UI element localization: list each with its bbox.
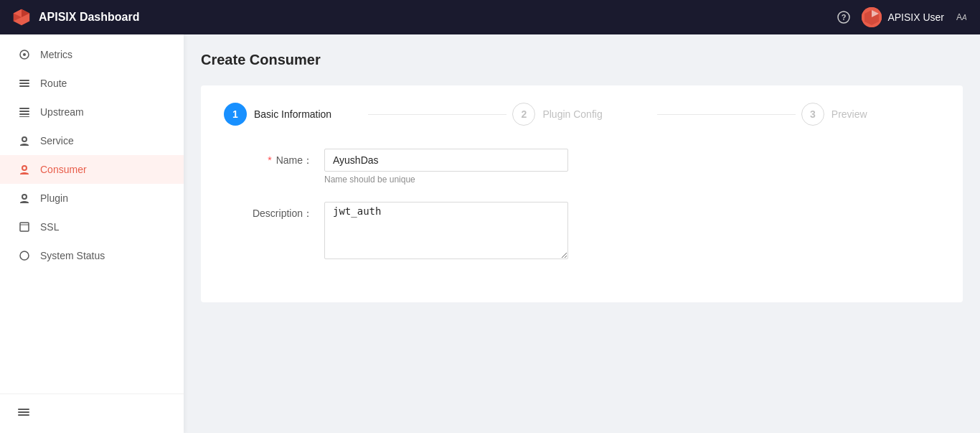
sidebar-label-metrics: Metrics — [40, 49, 72, 60]
translate-icon[interactable]: A A — [956, 11, 969, 24]
sidebar-label-consumer: Consumer — [40, 164, 87, 175]
sidebar-label-system-status: System Status — [40, 250, 105, 261]
logo: APISIX Dashboard — [11, 7, 139, 27]
svg-rect-23 — [18, 409, 29, 410]
name-row: * Name： Name should be unique — [224, 149, 940, 185]
user-avatar — [862, 7, 882, 27]
steps-indicator: 1 Basic Information 2 Plugin Config 3 — [224, 103, 940, 126]
step-3-circle: 3 — [801, 103, 824, 126]
sidebar-bottom — [0, 394, 184, 433]
step-1: 1 Basic Information — [224, 103, 362, 126]
sidebar-menu: Metrics Route — [0, 34, 184, 394]
user-name: APISIX User — [887, 11, 944, 23]
svg-text:?: ? — [842, 13, 847, 22]
svg-rect-13 — [19, 80, 29, 81]
step-1-circle: 1 — [224, 103, 247, 126]
svg-text:A: A — [961, 14, 967, 22]
service-icon — [17, 135, 32, 146]
page-title: Create Consumer — [201, 52, 963, 68]
sidebar: Metrics Route — [0, 34, 184, 433]
plugin-icon — [17, 192, 32, 204]
sidebar-label-route: Route — [40, 78, 67, 89]
sidebar-label-service: Service — [40, 135, 74, 146]
collapse-button[interactable] — [17, 406, 166, 422]
step-1-label: Basic Information — [254, 108, 331, 120]
svg-point-22 — [20, 251, 29, 260]
name-hint: Name should be unique — [324, 174, 568, 185]
sidebar-label-upstream: Upstream — [40, 106, 84, 118]
sidebar-label-ssl: SSL — [40, 221, 59, 233]
step-line-2 — [657, 114, 796, 115]
name-label: * Name： — [224, 149, 324, 167]
step-2-label: Plugin Config — [542, 108, 602, 120]
route-icon — [17, 78, 32, 89]
svg-rect-24 — [18, 411, 29, 413]
svg-rect-15 — [19, 85, 29, 87]
description-field: jwt_auth — [324, 202, 568, 262]
svg-rect-14 — [19, 83, 29, 84]
help-icon[interactable]: ? — [837, 11, 850, 24]
svg-rect-16 — [19, 108, 29, 109]
upstream-icon — [17, 106, 32, 118]
step-3-label: Preview — [831, 108, 867, 120]
svg-rect-20 — [20, 223, 29, 231]
metrics-icon — [17, 49, 32, 60]
step-3: 3 Preview — [801, 103, 940, 126]
sidebar-item-route[interactable]: Route — [0, 69, 184, 98]
step-line-1 — [368, 114, 507, 115]
svg-text:A: A — [956, 12, 962, 22]
sidebar-item-upstream[interactable]: Upstream — [0, 98, 184, 126]
header: APISIX Dashboard ? APISIX User A A — [0, 0, 980, 34]
step-2-circle: 2 — [512, 103, 535, 126]
description-input[interactable]: jwt_auth — [324, 202, 568, 259]
name-field: Name should be unique — [324, 149, 568, 185]
system-status-icon — [17, 250, 32, 261]
sidebar-item-consumer[interactable]: Consumer — [0, 155, 184, 184]
steps-card: 1 Basic Information 2 Plugin Config 3 — [201, 85, 963, 302]
description-row: Description： jwt_auth — [224, 202, 940, 262]
sidebar-item-service[interactable]: Service — [0, 126, 184, 155]
consumer-icon — [17, 164, 32, 175]
step-2: 2 Plugin Config — [512, 103, 651, 126]
sidebar-item-plugin[interactable]: Plugin — [0, 184, 184, 213]
logo-icon — [11, 7, 32, 27]
layout: Metrics Route — [0, 0, 980, 433]
sidebar-item-metrics[interactable]: Metrics — [0, 40, 184, 69]
ssl-icon — [17, 221, 32, 233]
header-right: ? APISIX User A A — [837, 7, 969, 27]
svg-point-12 — [23, 53, 26, 56]
sidebar-item-system-status[interactable]: System Status — [0, 241, 184, 270]
svg-rect-19 — [19, 116, 29, 117]
header-title: APISIX Dashboard — [39, 11, 139, 24]
sidebar-label-plugin: Plugin — [40, 192, 68, 204]
name-input[interactable] — [324, 149, 568, 172]
user-menu[interactable]: APISIX User — [862, 7, 944, 27]
svg-rect-17 — [19, 111, 29, 112]
description-label: Description： — [224, 202, 324, 220]
svg-rect-25 — [18, 414, 29, 416]
main-content: Create Consumer 1 Basic Information 2 Pl… — [184, 34, 980, 433]
svg-rect-18 — [19, 113, 29, 115]
sidebar-item-ssl[interactable]: SSL — [0, 213, 184, 241]
